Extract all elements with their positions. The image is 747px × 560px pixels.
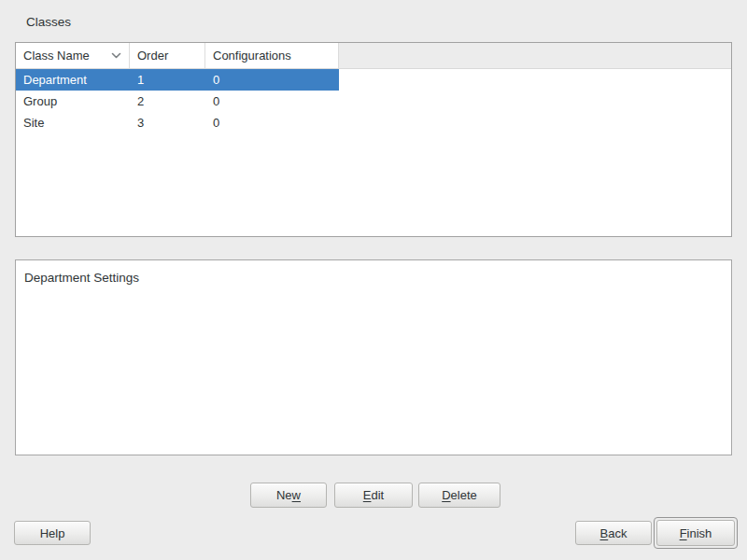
column-header-class-name[interactable]: Class Name xyxy=(16,43,130,68)
button-mnemonic: F xyxy=(680,526,687,540)
cell-order: 2 xyxy=(130,91,205,112)
delete-button[interactable]: Delete xyxy=(418,483,500,508)
column-header-label: Configurations xyxy=(213,49,291,63)
button-mnemonic: D xyxy=(442,488,450,502)
page-title: Classes xyxy=(26,15,71,29)
classes-table: Class Name Order Configurations Departme… xyxy=(15,42,732,237)
table-row-group[interactable]: Group 2 0 xyxy=(16,91,731,112)
cell-configurations: 0 xyxy=(205,69,339,91)
back-button[interactable]: Back xyxy=(575,521,652,545)
button-mnemonic: w xyxy=(292,488,301,502)
cell-order: 3 xyxy=(130,112,205,133)
new-button[interactable]: New xyxy=(250,483,327,508)
table-header-row: Class Name Order Configurations xyxy=(16,43,731,69)
table-row-site[interactable]: Site 3 0 xyxy=(16,112,731,133)
edit-button[interactable]: Edit xyxy=(334,483,413,508)
button-label-part: inish xyxy=(687,526,712,540)
cell-class-name: Site xyxy=(16,112,130,133)
cell-configurations: 0 xyxy=(205,112,339,133)
button-label-part: dit xyxy=(371,488,384,502)
finish-button[interactable]: Finish xyxy=(656,520,735,546)
cell-configurations: 0 xyxy=(205,91,339,112)
table-row-department[interactable]: Department 1 0 xyxy=(16,69,339,91)
department-settings-panel: Department Settings xyxy=(15,259,732,455)
cell-order: 1 xyxy=(130,69,205,91)
column-header-label: Class Name xyxy=(23,49,90,63)
settings-panel-title: Department Settings xyxy=(24,271,139,285)
cell-class-name: Department xyxy=(16,69,130,91)
button-label-part: Help xyxy=(40,526,65,540)
column-header-label: Order xyxy=(137,49,168,63)
button-label-part: elete xyxy=(451,488,477,502)
button-label-part: Ne xyxy=(276,488,292,502)
column-header-configurations[interactable]: Configurations xyxy=(205,43,339,68)
chevron-down-icon xyxy=(111,52,121,60)
cell-class-name: Group xyxy=(16,91,130,112)
button-label-part: ack xyxy=(608,526,627,540)
help-button[interactable]: Help xyxy=(14,521,91,545)
button-mnemonic: B xyxy=(600,526,609,540)
column-header-order[interactable]: Order xyxy=(130,43,205,68)
default-button-ring: Finish xyxy=(654,517,738,549)
column-header-filler xyxy=(339,43,731,68)
